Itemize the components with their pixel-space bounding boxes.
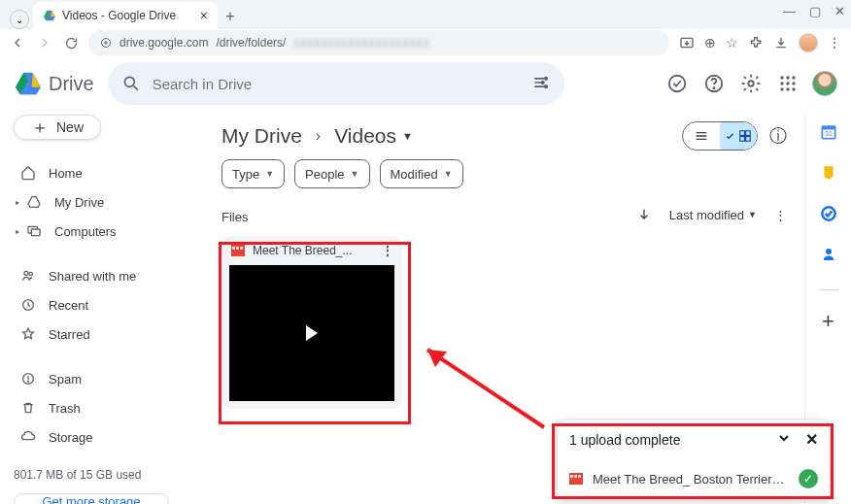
filter-chips: Type▼ People▼ Modified▼ [221,159,787,188]
forward-button[interactable] [37,35,52,50]
tabs-dropdown[interactable]: ⌄ [10,10,29,29]
recent-icon [19,297,37,313]
url-path: /drive/folders/ [216,36,286,50]
apps-grid-icon[interactable] [775,71,800,96]
sidebar-item-home[interactable]: Home [14,159,194,186]
ready-offline-icon[interactable] [664,71,690,96]
tab-close-icon[interactable]: × [200,8,208,23]
file-more-menu[interactable]: ⋮ [382,244,394,257]
sidebar-item-storage[interactable]: Storage [14,423,194,451]
caret-down-icon: ▼ [444,169,453,179]
expand-icon[interactable]: ▸ [16,227,19,236]
toast-title: 1 upload complete [569,432,680,448]
breadcrumb-current[interactable]: Videos ▼ [334,124,413,148]
window-close-icon[interactable]: ✕ [834,4,845,18]
expand-icon[interactable]: ▸ [16,198,19,207]
browser-chrome: ⌄ Videos - Google Drive × + ― ▢ ✕ drive.… [0,0,851,56]
search-bar[interactable] [108,62,564,105]
video-file-icon [231,245,245,256]
filter-people[interactable]: People▼ [294,159,369,188]
sidebar-item-shared[interactable]: Shared with me [14,262,194,289]
file-card[interactable]: Meet The Breed_... ⋮ [221,236,402,409]
sidebar-item-computers[interactable]: ▸Computers [14,218,194,245]
drive-header: Drive [0,56,851,111]
toast-file-row[interactable]: Meet The Breed_ Boston Terriers, The ...… [558,459,830,498]
shared-icon [19,268,37,284]
url-obscured: xxxxxxxxxxxxxxxxxxxx [293,36,429,50]
new-tab-button[interactable]: + [218,4,243,29]
svg-point-2 [124,77,134,86]
back-button[interactable] [10,35,25,50]
window-controls: ― ▢ ✕ [783,4,845,18]
chrome-menu-icon[interactable]: ⋮ [828,35,841,50]
filter-modified[interactable]: Modified▼ [380,159,463,188]
sidebar-item-trash[interactable]: Trash [14,394,194,421]
contacts-icon[interactable] [819,245,838,264]
svg-point-16 [780,87,783,90]
toast-header: 1 upload complete ✕ [558,420,830,459]
browser-tab[interactable]: Videos - Google Drive × [33,2,218,29]
extensions-icon[interactable] [748,35,764,50]
rail-divider [819,289,838,290]
sort-dropdown[interactable]: Last modified ▼ [669,208,757,222]
more-options-icon[interactable]: ⋮ [774,208,787,222]
svg-point-3 [544,77,547,80]
drive-logo[interactable]: Drive [14,71,94,96]
toast-close-icon[interactable]: ✕ [805,430,818,450]
get-more-storage-button[interactable]: Get more storage [14,493,169,504]
account-avatar[interactable] [812,71,837,96]
address-bar: drive.google.com/drive/folders/xxxxxxxxx… [0,29,851,56]
window-maximize-icon[interactable]: ▢ [809,4,821,18]
grid-view-button[interactable] [720,122,757,150]
svg-point-4 [541,81,544,84]
file-thumbnail[interactable] [229,265,394,401]
tab-title: Videos - Google Drive [62,9,176,22]
search-options-icon[interactable] [531,73,551,95]
zoom-icon[interactable]: ⊕ [704,35,716,50]
play-icon [306,325,318,341]
file-name: Meet The Breed_... [253,244,374,257]
svg-point-9 [748,81,754,86]
install-app-icon[interactable] [679,35,695,50]
calendar-icon[interactable]: 31 [819,122,838,142]
url-field[interactable]: drive.google.com/drive/folders/xxxxxxxxx… [88,30,669,55]
downloads-icon[interactable] [773,35,789,50]
bookmark-icon[interactable]: ☆ [726,35,738,50]
profile-avatar[interactable] [799,33,818,52]
svg-rect-27 [746,131,751,136]
sort-direction-icon[interactable] [636,207,652,222]
breadcrumb-root[interactable]: My Drive [221,124,302,148]
video-file-icon [569,473,583,485]
get-addons-icon[interactable]: + [819,312,838,331]
svg-point-10 [780,76,783,79]
window-minimize-icon[interactable]: ― [783,4,796,18]
settings-icon[interactable] [738,71,764,96]
search-input[interactable] [153,76,520,92]
caret-down-icon: ▼ [265,169,274,179]
toast-collapse-icon[interactable] [776,430,792,450]
caret-down-icon: ▼ [351,169,359,179]
sidebar-item-starred[interactable]: Starred [14,320,194,348]
chevron-right-icon: › [316,127,321,145]
details-icon[interactable]: ⓘ [769,124,787,148]
search-icon [121,74,141,93]
svg-text:31: 31 [825,130,833,137]
svg-point-18 [792,87,795,90]
view-toggle [682,121,758,151]
list-view-button[interactable] [683,122,720,150]
tasks-icon[interactable] [819,204,838,223]
file-header: Meet The Breed_... ⋮ [221,236,402,265]
help-icon[interactable] [701,71,727,96]
sidebar-item-my-drive[interactable]: ▸My Drive [14,188,194,216]
reload-button[interactable] [64,36,79,50]
plus-icon: ＋ [31,116,49,139]
new-button[interactable]: ＋ New [14,115,101,140]
keep-icon[interactable] [819,163,838,183]
starred-icon [19,326,37,342]
sidebar-item-spam[interactable]: Spam [14,365,194,392]
filter-type[interactable]: Type▼ [221,159,285,188]
nav-buttons [10,35,79,50]
sidebar-item-recent[interactable]: Recent [14,291,194,319]
addr-right-icons: ⊕ ☆ ⋮ [679,33,841,52]
svg-point-13 [780,82,783,84]
